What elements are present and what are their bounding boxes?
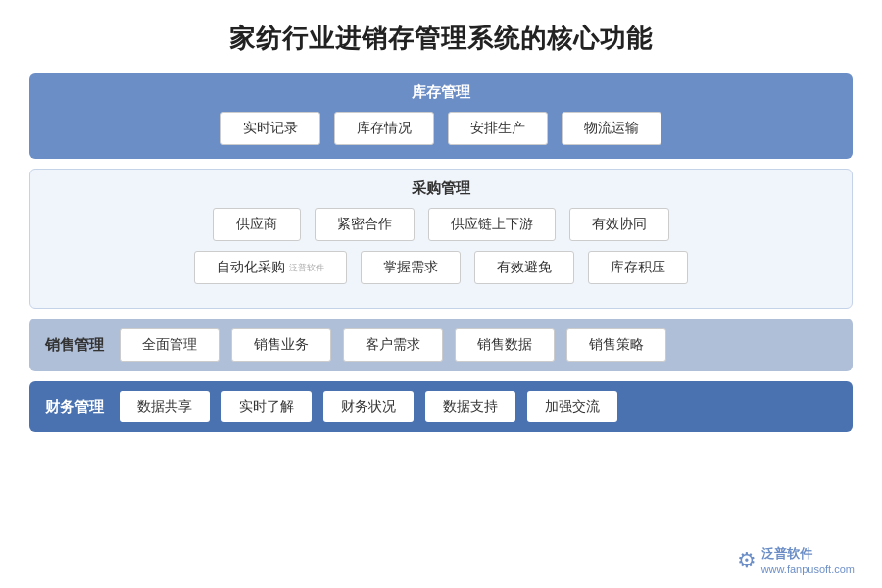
finance-items-row: 数据共享 实时了解 财务状况 数据支持 加强交流 xyxy=(120,391,837,422)
list-item: 财务状况 xyxy=(323,391,414,422)
list-item: 安排生产 xyxy=(448,112,548,145)
list-item: 库存情况 xyxy=(334,112,434,145)
list-item: 销售业务 xyxy=(231,328,331,362)
list-item: 有效协同 xyxy=(569,208,669,241)
list-item: 加强交流 xyxy=(527,391,617,422)
section-finance: 财务管理 数据共享 实时了解 财务状况 数据支持 加强交流 xyxy=(29,381,853,432)
inventory-label: 库存管理 xyxy=(45,83,837,102)
inventory-items-row: 实时记录 库存情况 安排生产 物流运输 xyxy=(45,112,837,145)
purchase-row1: 供应商 紧密合作 供应链上下游 有效协同 xyxy=(46,208,836,241)
list-item: 客户需求 xyxy=(343,328,443,362)
page-title: 家纺行业进销存管理系统的核心功能 xyxy=(229,22,653,56)
list-item: 实时了解 xyxy=(221,391,312,422)
list-item: 自动化采购 泛普软件 xyxy=(194,251,347,284)
list-item: 数据共享 xyxy=(120,391,210,422)
list-item: 紧密合作 xyxy=(315,208,415,241)
watermark-brand: 泛普软件 xyxy=(761,546,855,563)
section-inventory: 库存管理 实时记录 库存情况 安排生产 物流运输 xyxy=(29,74,853,159)
section-sales: 销售管理 全面管理 销售业务 客户需求 销售数据 销售策略 xyxy=(29,318,853,371)
section-purchase: 采购管理 供应商 紧密合作 供应链上下游 有效协同 自动化采购 泛普软件 掌握需… xyxy=(29,169,853,309)
diagram-wrapper: 库存管理 实时记录 库存情况 安排生产 物流运输 采购管理 供应商 紧密合作 供… xyxy=(29,74,853,432)
sales-label: 销售管理 xyxy=(45,336,104,355)
list-item: 实时记录 xyxy=(220,112,320,145)
list-item: 有效避免 xyxy=(474,251,574,284)
sales-items-row: 全面管理 销售业务 客户需求 销售数据 销售策略 xyxy=(120,328,837,362)
watermark: ⚙ 泛普软件 www.fanpusoft.com xyxy=(737,546,855,576)
list-item: 物流运输 xyxy=(562,112,662,145)
list-item: 全面管理 xyxy=(120,328,220,362)
list-item: 数据支持 xyxy=(425,391,515,422)
watermark-inline: 泛普软件 xyxy=(289,262,324,274)
watermark-url: www.fanpusoft.com xyxy=(761,563,855,576)
watermark-text: 泛普软件 www.fanpusoft.com xyxy=(761,546,855,576)
purchase-row2: 自动化采购 泛普软件 掌握需求 有效避免 库存积压 xyxy=(46,251,836,284)
list-item: 掌握需求 xyxy=(361,251,461,284)
list-item: 供应链上下游 xyxy=(428,208,556,241)
list-item: 销售数据 xyxy=(455,328,555,362)
list-item: 供应商 xyxy=(213,208,301,241)
list-item: 库存积压 xyxy=(588,251,688,284)
watermark-icon: ⚙ xyxy=(737,548,757,573)
purchase-label: 采购管理 xyxy=(46,179,836,198)
list-item: 销售策略 xyxy=(566,328,666,362)
finance-label: 财务管理 xyxy=(45,398,104,416)
